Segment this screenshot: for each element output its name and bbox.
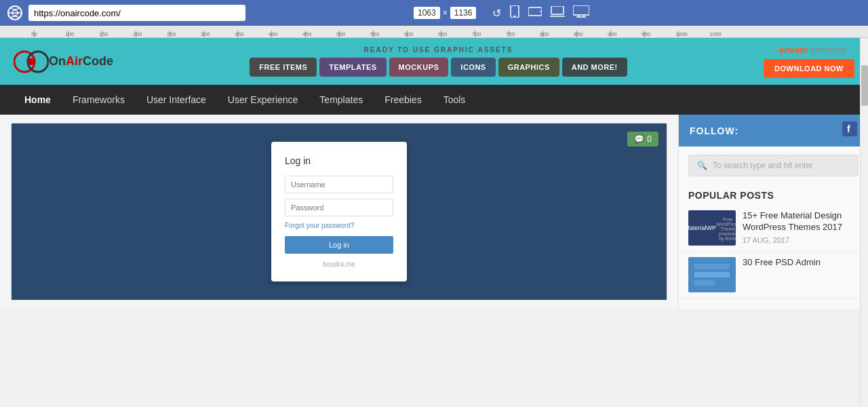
banner-center: READY TO USE GRAPHIC ASSETS FREE ITEMS T… xyxy=(250,46,627,77)
nav-home[interactable]: Home xyxy=(14,85,62,115)
username-input[interactable] xyxy=(285,176,393,193)
mobile-view-icon[interactable] xyxy=(509,5,520,20)
envato-area: ✦envato elements DOWNLOAD NOW xyxy=(764,45,854,78)
graphics-button[interactable]: GRAPHICS xyxy=(498,58,559,77)
comment-icon: 💬 xyxy=(634,134,644,144)
logo-air: Air xyxy=(66,54,83,68)
login-submit-button[interactable]: Log in xyxy=(285,236,393,254)
desktop-view-icon[interactable] xyxy=(573,5,589,20)
ruler-150: 150 xyxy=(99,31,108,37)
ruler-800: 800 xyxy=(540,31,549,37)
width-value: 1063 xyxy=(414,7,440,19)
ready-text: READY TO USE GRAPHIC ASSETS xyxy=(364,46,513,54)
source-label: boudra.me xyxy=(285,260,393,268)
ruler-750: 750 xyxy=(506,31,515,37)
mockups-button[interactable]: MOCKUPS xyxy=(389,58,449,77)
follow-bar: FOLLOW: f xyxy=(679,115,868,147)
nav-buttons: FREE ITEMS TEMPLATES MOCKUPS ICONS GRAPH… xyxy=(250,58,627,77)
browser-controls: ↺ xyxy=(492,5,589,20)
url-input[interactable] xyxy=(28,5,245,21)
envato-label: ✦envato elements xyxy=(772,45,846,55)
ruler-900: 900 xyxy=(608,31,616,37)
svg-rect-7 xyxy=(551,6,564,14)
ruler-50: 50 xyxy=(31,31,37,37)
follow-label: FOLLOW: xyxy=(690,125,738,136)
search-icon: 🔍 xyxy=(697,161,707,170)
nav-templates[interactable]: Templates xyxy=(309,85,374,115)
dimension-display: 1063 × 1136 xyxy=(414,7,476,19)
logo-area: OnAirCode xyxy=(14,48,113,75)
ruler-250: 250 xyxy=(167,31,176,37)
ruler-300: 300 xyxy=(201,31,210,37)
nav-frameworks[interactable]: Frameworks xyxy=(62,85,136,115)
popular-post-item-1[interactable]: MaterialWPFree WordPress Theme powered b… xyxy=(679,205,868,252)
password-input[interactable] xyxy=(285,199,393,216)
ruler-850: 850 xyxy=(574,31,583,37)
free-items-button[interactable]: FREE ITEMS xyxy=(250,58,317,77)
post-date-1: 17 AUG, 2017 xyxy=(743,236,859,244)
search-placeholder: To search type and hit enter xyxy=(713,161,813,170)
ruler-1050: 1050 xyxy=(709,31,722,37)
scrollbar-thumb[interactable] xyxy=(861,65,868,106)
ruler-700: 700 xyxy=(472,31,481,37)
refresh-icon[interactable]: ↺ xyxy=(492,7,501,20)
top-banner: OnAirCode READY TO USE GRAPHIC ASSETS FR… xyxy=(0,38,868,85)
content-area: 💬 0 Log in Forgot your password? Log in … xyxy=(0,115,868,309)
nav-freebies[interactable]: Freebies xyxy=(374,85,432,115)
ruler-1000: 1000 xyxy=(675,31,688,37)
ruler-400: 400 xyxy=(269,31,277,37)
post-thumb-1: MaterialWPFree WordPress Theme powered b… xyxy=(688,210,736,246)
main-column: OnAirCode READY TO USE GRAPHIC ASSETS FR… xyxy=(0,38,868,407)
svg-rect-21 xyxy=(694,280,715,286)
browser-logo-icon xyxy=(7,5,23,21)
post-card: 💬 0 Log in Forgot your password? Log in … xyxy=(11,123,667,301)
comment-badge[interactable]: 💬 0 xyxy=(627,132,658,147)
height-value: 1136 xyxy=(450,7,477,19)
thumb-psd xyxy=(688,257,736,292)
search-box[interactable]: 🔍 To search type and hit enter xyxy=(688,155,859,176)
ruler-600: 600 xyxy=(404,31,413,37)
login-form-title: Log in xyxy=(285,155,393,166)
main-post-area: 💬 0 Log in Forgot your password? Log in … xyxy=(0,115,678,309)
popular-posts-title: POPULAR POSTS xyxy=(679,185,868,205)
post-title-2: 30 Free PSD Admin xyxy=(743,257,859,269)
ruler-550: 550 xyxy=(370,31,379,37)
post-image: 💬 0 Log in Forgot your password? Log in … xyxy=(12,123,667,300)
ruler-950: 950 xyxy=(642,31,650,37)
browser-chrome: 1063 × 1136 ↺ xyxy=(0,0,868,26)
nav-user-interface[interactable]: User Interface xyxy=(136,85,217,115)
page-content: OnAirCode READY TO USE GRAPHIC ASSETS FR… xyxy=(0,38,868,407)
svg-rect-9 xyxy=(573,5,589,15)
thumb-material: MaterialWPFree WordPress Theme powered b… xyxy=(688,210,736,246)
ruler-350: 350 xyxy=(235,31,243,37)
svg-rect-19 xyxy=(694,264,730,269)
post-title-1: 15+ Free Material Design WordPress Theme… xyxy=(743,210,859,233)
ruler-100: 100 xyxy=(65,31,74,37)
templates-button[interactable]: TEMPLATES xyxy=(319,58,386,77)
dimension-separator: × xyxy=(443,8,448,18)
svg-text:f: f xyxy=(847,123,851,134)
svg-point-15 xyxy=(28,58,35,65)
laptop-view-icon[interactable] xyxy=(550,6,565,20)
post-info-1: 15+ Free Material Design WordPress Theme… xyxy=(743,210,859,246)
tablet-view-icon[interactable] xyxy=(528,6,542,20)
popular-post-item-2[interactable]: 30 Free PSD Admin xyxy=(679,252,868,298)
download-now-button[interactable]: DOWNLOAD NOW xyxy=(764,59,854,78)
post-info-2: 30 Free PSD Admin xyxy=(743,257,859,292)
logo-svg xyxy=(14,48,49,75)
ruler-200: 200 xyxy=(133,31,142,37)
nav-user-experience[interactable]: User Experience xyxy=(217,85,309,115)
post-thumb-2 xyxy=(688,257,736,292)
forgot-password-link[interactable]: Forgot your password? xyxy=(285,222,393,229)
nav-tools[interactable]: Tools xyxy=(433,85,477,115)
login-form-preview: Log in Forgot your password? Log in boud… xyxy=(271,142,407,282)
ruler: 50 100 150 200 250 300 350 400 450 500 5… xyxy=(0,26,868,38)
facebook-icon[interactable]: f xyxy=(842,121,857,140)
scrollbar[interactable] xyxy=(860,38,868,407)
icons-button[interactable]: ICONS xyxy=(451,58,495,77)
logo-on: On xyxy=(49,54,66,68)
ruler-450: 450 xyxy=(302,31,311,37)
logo-code: Code xyxy=(83,54,113,68)
sidebar: FOLLOW: f 🔍 To search type and hit enter… xyxy=(678,115,868,309)
more-button[interactable]: AND MORE! xyxy=(562,58,627,77)
